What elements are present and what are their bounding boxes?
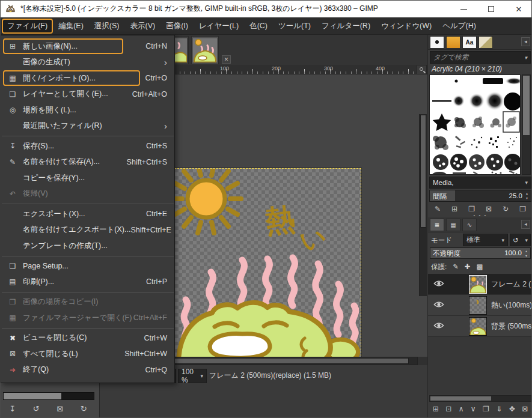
anchor-layer-icon[interactable]: ✥	[509, 405, 515, 413]
edit-brush-icon[interactable]: ✎	[435, 205, 441, 213]
menu-colors[interactable]: 色(C)	[244, 18, 273, 34]
layer-mode-dropdown[interactable]: 標準 ▾	[463, 234, 508, 246]
canvas-image[interactable]: 熱 い	[174, 168, 361, 357]
menu-filters[interactable]: フィルター(R)	[316, 18, 376, 34]
opacity-spinner[interactable]: ▴▾	[524, 249, 529, 258]
tab-brushes[interactable]	[430, 36, 444, 49]
merge-layer-icon[interactable]: ⇓	[496, 405, 502, 413]
menu-item-new-image[interactable]: ⊞ 新しい画像(N)...Ctrl+N	[1, 38, 174, 55]
menu-item-save-as[interactable]: ✎ 名前を付けて保存(A)...Shift+Ctrl+S	[1, 154, 174, 171]
reset-tool-options-icon[interactable]: ↻	[81, 404, 87, 413]
duplicate-layer-icon[interactable]: ❐	[483, 405, 489, 413]
menu-item-quit[interactable]: ➜ 終了(Q)Ctrl+Q	[1, 362, 174, 378]
menubar: ファイル(F) 編集(E) 選択(S) 表示(V) 画像(I) レイヤー(L) …	[1, 17, 532, 35]
layers-dock-menu-button[interactable]: ◂	[521, 220, 530, 229]
restore-tool-preset-icon[interactable]: ↺	[33, 404, 40, 413]
lock-position-icon[interactable]: ✚	[465, 262, 471, 271]
menu-separator	[2, 328, 174, 329]
delete-brush-icon[interactable]: ⊠	[486, 205, 492, 213]
print-icon: ▤	[7, 277, 19, 286]
brushes-dock-menu-button[interactable]: ◂	[521, 37, 530, 46]
vertical-scrollbar[interactable]	[419, 114, 427, 296]
new-brush-icon[interactable]: ⊞	[451, 205, 457, 213]
lock-label: 保護:	[431, 262, 447, 271]
mode-options-button[interactable]: ↺ ▾	[510, 234, 531, 246]
raise-layer-icon[interactable]: ∧	[459, 405, 464, 413]
new-layer-icon[interactable]: ⊞	[433, 405, 439, 413]
lock-row: 保護: ✎ ✚ ▩	[431, 261, 483, 272]
lower-layer-icon[interactable]: ∨	[471, 405, 476, 413]
layer-name: フレーム 2 (	[491, 279, 531, 289]
menu-windows[interactable]: ウィンドウ(W)	[376, 18, 437, 34]
brush-grid[interactable]	[429, 74, 521, 175]
new-layer-group-icon[interactable]: ⊡	[445, 405, 451, 413]
visibility-eye-icon[interactable]	[428, 301, 450, 310]
tab-fonts[interactable]: Aa	[462, 36, 477, 49]
refresh-brushes-icon[interactable]: ↻	[503, 205, 509, 213]
maximize-button[interactable]	[477, 1, 505, 17]
spacing-spinner[interactable]: ▴▾	[524, 191, 530, 201]
minimize-button[interactable]	[450, 1, 477, 17]
menu-item-close-all[interactable]: ⊠ すべて閉じる(L)Shift+Ctrl+W	[1, 346, 174, 362]
layer-row-atsui[interactable]: 熱い(100ms)	[428, 295, 532, 316]
visibility-eye-icon[interactable]	[428, 280, 450, 289]
lock-pixels-icon[interactable]: ✎	[453, 262, 459, 271]
menu-image[interactable]: 画像(I)	[161, 18, 194, 34]
brush-grid-scrollbar-thumb[interactable]	[523, 76, 530, 135]
opacity-slider[interactable]: 不透明度 100.0 ▴▾	[430, 247, 531, 259]
menu-item-save-copy[interactable]: コピーを保存(Y)...	[1, 170, 174, 186]
magnifier-icon	[420, 67, 423, 71]
menu-item-save[interactable]: ↧ 保存(S)...Ctrl+S	[1, 138, 174, 154]
layer-name: 熱い(100ms)	[491, 300, 532, 310]
delete-layer-icon[interactable]: ⊠	[522, 405, 528, 413]
menu-item-close-view[interactable]: ✖ ビューを閉じる(C)Ctrl+W	[1, 330, 174, 347]
menu-help[interactable]: ヘルプ(H)	[437, 18, 482, 34]
zoom-dropdown[interactable]: 100 %▾	[178, 369, 207, 383]
menu-tools[interactable]: ツール(T)	[273, 18, 316, 34]
vertical-scrollbar-thumb[interactable]	[420, 115, 426, 228]
tab-document-history[interactable]	[478, 36, 493, 49]
tab-patterns[interactable]	[446, 36, 460, 49]
menu-item-open-import[interactable]: ▦ 開く/インポート(O)...Ctrl+O	[1, 70, 174, 86]
menu-select[interactable]: 選択(S)	[89, 18, 125, 34]
menu-item-export-as[interactable]: 名前を付けてエクスポート(X)...Shift+Ctrl+E	[1, 222, 174, 238]
tab-channels[interactable]: ▦	[446, 219, 460, 231]
menu-item-page-setup[interactable]: ❏ Page Setup...	[1, 258, 174, 274]
tab-close-button[interactable]: ✕	[222, 55, 231, 64]
menu-item-open-recent[interactable]: 最近開いたファイル(R)›	[1, 118, 174, 135]
menu-item-create[interactable]: 画像の生成(T)›	[1, 55, 174, 71]
open-brush-folder-icon[interactable]: ❒	[519, 205, 526, 213]
menu-layer[interactable]: レイヤー(L)	[194, 18, 244, 34]
layers-scrollbar[interactable]	[429, 395, 531, 402]
layer-row-frame2[interactable]: フレーム 2 (	[428, 274, 532, 295]
menu-item-open-as-layers[interactable]: ❏ レイヤーとして開く(E)...Ctrl+Alt+O	[1, 86, 174, 103]
save-tool-preset-icon[interactable]: ↧	[9, 404, 16, 413]
layer-row-background[interactable]: 背景 (500ms)	[428, 316, 532, 337]
menu-item-show-in-file-manager: ▦ ファイルマネージャーで開く(F)Ctrl+Alt+F	[1, 310, 174, 326]
brush-grid-scrollbar[interactable]	[522, 74, 531, 175]
zoom-follow-window-button[interactable]	[417, 65, 427, 74]
menu-item-create-template[interactable]: テンプレートの作成(T)...	[1, 238, 174, 254]
brush-spacing-slider[interactable]: 間隔 25.0 ▴▾	[429, 190, 531, 202]
opacity-value: 100.0	[504, 249, 522, 256]
paths-icon: ∿	[467, 222, 472, 228]
menu-file[interactable]: ファイル(F)	[2, 19, 53, 34]
menu-view[interactable]: 表示(V)	[124, 18, 161, 34]
tab-paths[interactable]: ∿	[462, 219, 477, 231]
lock-alpha-icon[interactable]: ▩	[476, 262, 483, 271]
menu-edit[interactable]: 編集(E)	[53, 18, 89, 34]
image-tab-2[interactable]	[191, 36, 219, 64]
menu-item-open-location[interactable]: ◎ 場所を開く(L)...	[1, 102, 174, 118]
layer-list-empty-area	[428, 337, 532, 395]
tag-search-input[interactable]: タグで検索 ▾	[430, 51, 531, 64]
media-dropdown[interactable]: Media, ▾	[429, 177, 531, 189]
delete-tool-preset-icon[interactable]: ⊠	[57, 404, 63, 413]
menu-item-print[interactable]: ▤ 印刷(P)...Ctrl+P	[1, 274, 174, 290]
duplicate-brush-icon[interactable]: ❐	[468, 205, 475, 213]
close-button[interactable]: ✕	[505, 1, 532, 17]
tab-layers[interactable]: ≣	[430, 219, 444, 231]
layers-scrollbar-thumb[interactable]	[430, 396, 491, 401]
save-icon: ↧	[7, 142, 19, 150]
visibility-eye-icon[interactable]	[428, 322, 450, 331]
menu-item-export[interactable]: エクスポート(X)...Ctrl+E	[1, 206, 174, 222]
